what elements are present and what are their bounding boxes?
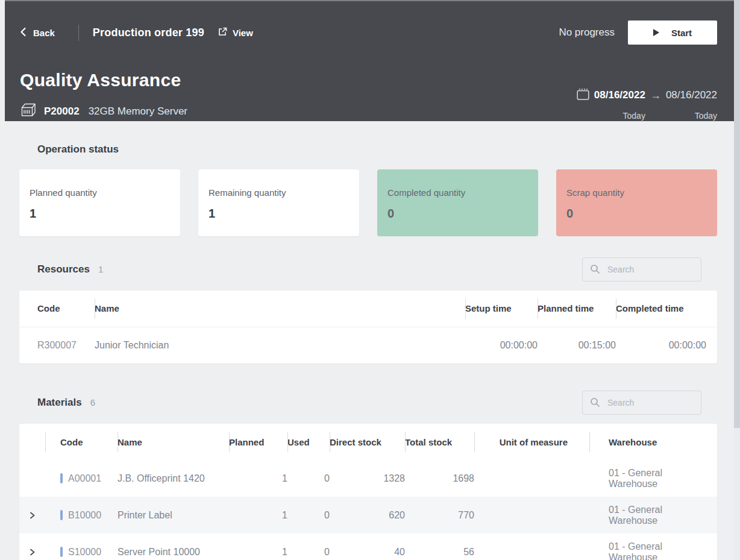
start-button[interactable]: Start bbox=[628, 20, 717, 45]
used-qty: 0 bbox=[287, 533, 330, 560]
col-code: Code bbox=[19, 291, 95, 327]
scrollbar-thumb[interactable] bbox=[734, 0, 740, 428]
operation-status-header: Operation status bbox=[19, 143, 717, 156]
material-code: B10000 bbox=[68, 510, 101, 521]
card-value: 0 bbox=[387, 207, 528, 221]
resources-title: Resources bbox=[37, 263, 90, 275]
expand-row-button[interactable] bbox=[26, 509, 39, 522]
direct-stock: 1328 bbox=[330, 460, 405, 497]
resources-table-header: Code Name Setup time Planned time Comple… bbox=[19, 291, 717, 327]
card-value: 1 bbox=[30, 207, 170, 221]
product-box-icon bbox=[20, 102, 36, 121]
planned-qty: 1 bbox=[229, 460, 287, 497]
end-date-note: Today bbox=[666, 111, 717, 121]
scrap-quantity-card: Scrap quantity 0 bbox=[556, 169, 717, 236]
materials-title: Materials bbox=[37, 397, 82, 409]
resource-code: R300007 bbox=[19, 327, 95, 363]
total-stock: 770 bbox=[405, 497, 474, 533]
completed-time: 00:00:00 bbox=[616, 327, 717, 363]
planned-qty: 1 bbox=[229, 497, 287, 533]
resources-count: 1 bbox=[98, 264, 103, 274]
remaining-quantity-card: Remaining quantity 1 bbox=[198, 169, 359, 236]
direct-stock: 40 bbox=[330, 533, 405, 560]
materials-count: 6 bbox=[90, 397, 95, 407]
chevron-right-icon bbox=[28, 548, 36, 556]
materials-table: Code Name Planned Used Direct stock Tota… bbox=[19, 424, 717, 560]
material-row[interactable]: A00001 J.B. Officeprint 1420 1 0 1328 16… bbox=[19, 460, 717, 497]
chevron-right-icon bbox=[28, 511, 36, 520]
hero-header: Back Production order 199 View No progre… bbox=[5, 0, 734, 121]
hero-bottom: Quality Assurance bbox=[20, 70, 717, 121]
col-used: Used bbox=[287, 424, 330, 460]
operation-status-title: Operation status bbox=[37, 143, 119, 156]
col-total-stock: Total stock bbox=[405, 424, 474, 460]
view-label: View bbox=[233, 28, 253, 38]
total-stock: 1698 bbox=[405, 460, 474, 497]
material-row[interactable]: B10000 Printer Label 1 0 620 770 01 - Ge… bbox=[19, 497, 717, 533]
view-order-button[interactable]: View bbox=[218, 27, 253, 38]
materials-search bbox=[582, 391, 701, 415]
used-qty: 0 bbox=[287, 497, 330, 533]
used-qty: 0 bbox=[287, 460, 330, 497]
col-setup-time: Setup time bbox=[465, 291, 538, 327]
stock-status-pill bbox=[60, 510, 63, 520]
unit-of-measure bbox=[474, 497, 589, 533]
card-label: Completed quantity bbox=[387, 187, 528, 198]
topbar-divider bbox=[78, 25, 79, 41]
calendar-icon bbox=[576, 87, 594, 104]
card-value: 1 bbox=[209, 207, 349, 221]
card-label: Planned quantity bbox=[30, 187, 170, 198]
material-code: S10000 bbox=[68, 547, 101, 558]
expand-row-button[interactable] bbox=[26, 546, 39, 559]
external-link-icon bbox=[218, 27, 227, 38]
stock-status-pill bbox=[60, 547, 63, 557]
start-date-note: Today bbox=[594, 111, 645, 121]
resource-row[interactable]: R300007 Junior Technician 00:00:00 00:15… bbox=[19, 327, 717, 363]
warehouse: 01 - General Warehouse bbox=[589, 460, 717, 497]
product-name: 32GB Memory Server bbox=[89, 105, 187, 118]
resource-name: Junior Technician bbox=[95, 327, 465, 363]
completed-quantity-card: Completed quantity 0 bbox=[377, 169, 538, 236]
col-code: Code bbox=[45, 424, 118, 460]
materials-table-header: Code Name Planned Used Direct stock Tota… bbox=[19, 424, 717, 460]
topbar: Back Production order 199 View No progre… bbox=[20, 20, 717, 45]
production-order-operation-page: Back Production order 199 View No progre… bbox=[0, 0, 740, 560]
product-code: P20002 bbox=[44, 105, 80, 118]
vertical-scrollbar bbox=[734, 0, 740, 560]
col-unit-of-measure: Unit of measure bbox=[474, 424, 589, 460]
card-value: 0 bbox=[566, 207, 707, 221]
resources-search bbox=[582, 257, 701, 282]
product-line: P20002 32GB Memory Server bbox=[20, 102, 187, 121]
col-name: Name bbox=[95, 291, 465, 327]
search-icon bbox=[590, 397, 600, 407]
material-code: A00001 bbox=[68, 473, 101, 484]
unit-of-measure bbox=[474, 460, 589, 497]
material-row[interactable]: S10000 Server Point 10000 1 0 40 56 01 -… bbox=[19, 533, 717, 560]
stock-status-pill bbox=[60, 473, 63, 483]
planned-quantity-card: Planned quantity 1 bbox=[19, 169, 180, 236]
col-warehouse: Warehouse bbox=[589, 424, 717, 460]
operation-identity: Quality Assurance bbox=[20, 70, 187, 121]
direct-stock: 620 bbox=[330, 497, 405, 533]
arrow-right-icon: → bbox=[645, 89, 666, 102]
resources-table: Code Name Setup time Planned time Comple… bbox=[19, 291, 717, 363]
production-order-title: Production order 199 bbox=[93, 27, 204, 39]
planned-qty: 1 bbox=[229, 533, 287, 560]
resources-header: Resources 1 bbox=[19, 257, 717, 282]
page-body: Operation status Planned quantity 1 Rema… bbox=[5, 121, 734, 560]
col-completed-time: Completed time bbox=[616, 291, 717, 327]
end-date: 08/16/2022 bbox=[666, 89, 717, 101]
chevron-left-icon bbox=[20, 27, 27, 39]
total-stock: 56 bbox=[405, 533, 474, 560]
setup-time: 00:00:00 bbox=[465, 327, 538, 363]
quantity-cards: Planned quantity 1 Remaining quantity 1 … bbox=[19, 169, 717, 236]
materials-header: Materials 6 bbox=[19, 391, 717, 415]
material-name: J.B. Officeprint 1420 bbox=[118, 460, 229, 497]
start-date: 08/16/2022 bbox=[594, 89, 645, 101]
start-label: Start bbox=[671, 28, 692, 38]
search-icon bbox=[590, 264, 600, 274]
left-gutter bbox=[0, 0, 5, 560]
back-button[interactable]: Back bbox=[20, 27, 55, 39]
card-label: Scrap quantity bbox=[566, 187, 707, 198]
material-name: Server Point 10000 bbox=[118, 533, 229, 560]
